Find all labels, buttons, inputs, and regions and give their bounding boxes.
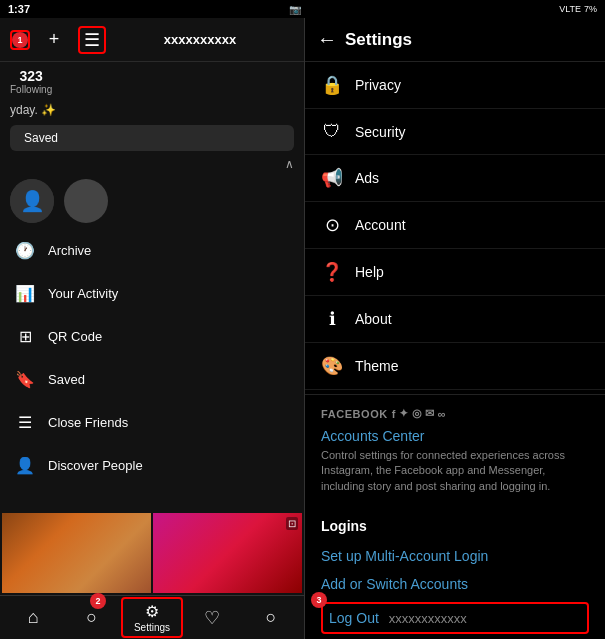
nav-item-archive[interactable]: 🕐 Archive — [0, 229, 304, 272]
settings-label-theme: Theme — [355, 358, 399, 374]
archive-icon: 🕐 — [14, 241, 36, 260]
account-icon: ⊙ — [321, 214, 343, 236]
facebook-description: Control settings for connected experienc… — [321, 448, 589, 502]
menu-button[interactable]: ☰ — [78, 26, 106, 54]
logout-username: xxxxxxxxxxxx — [389, 611, 581, 626]
following-stat: 323 Following — [10, 68, 52, 95]
logins-label: Logins — [321, 514, 589, 542]
settings-item-about[interactable]: ℹ About — [305, 296, 605, 343]
saved-btn-area: Saved — [0, 121, 304, 155]
settings-label-help: Help — [355, 264, 384, 280]
following-label: Following — [10, 84, 52, 95]
profile-icon: ○ — [265, 607, 276, 628]
nav-label-activity: Your Activity — [48, 286, 118, 301]
fb-star-icon: ✦ — [399, 407, 409, 420]
story-circle-1: 👤 — [10, 179, 54, 223]
settings-nav-label: Settings — [134, 622, 170, 633]
settings-label-account: Account — [355, 217, 406, 233]
help-icon: ❓ — [321, 261, 343, 283]
header-icons: 1 + ☰ — [10, 26, 106, 54]
profile-stats: 323 Following — [0, 62, 304, 101]
settings-label-privacy: Privacy — [355, 77, 401, 93]
image-grid: ⊡ — [0, 511, 304, 595]
facebook-social-icons: f ✦ ◎ ✉ ∞ — [392, 407, 446, 420]
ads-icon: 📢 — [321, 167, 343, 189]
settings-title: Settings — [345, 30, 412, 50]
left-nav: 🕐 Archive 📊 Your Activity ⊞ QR Code 🔖 Sa… — [0, 229, 304, 507]
badge-1-container: 1 — [10, 30, 30, 50]
fb-msg-icon: ✉ — [425, 407, 435, 420]
settings-item-help[interactable]: ❓ Help — [305, 249, 605, 296]
nav-item-your-activity[interactable]: 📊 Your Activity — [0, 272, 304, 315]
left-header: 1 + ☰ xxxxxxxxxx — [0, 18, 304, 62]
greeting-text: yday. ✨ — [0, 101, 304, 121]
qr-icon: ⊞ — [14, 327, 36, 346]
settings-header: ← Settings — [305, 18, 605, 62]
facebook-section: FACEBOOK f ✦ ◎ ✉ ∞ Accounts Center Contr… — [305, 394, 605, 506]
saved-button[interactable]: Saved — [10, 125, 294, 151]
nav-label-close-friends: Close Friends — [48, 415, 128, 430]
story-circles: 👤 — [0, 173, 304, 229]
left-panel: 1 + ☰ xxxxxxxxxx 323 Following yday. ✨ S… — [0, 18, 305, 639]
nav-item-close-friends[interactable]: ☰ Close Friends — [0, 401, 304, 444]
nav-label-discover: Discover People — [48, 458, 143, 473]
battery-icon: 7% — [584, 4, 597, 14]
heart-icon: ♡ — [204, 607, 220, 629]
camera-icon: 📷 — [289, 4, 301, 15]
fb-icon: f — [392, 408, 396, 420]
fb-wa-icon: ∞ — [438, 408, 446, 420]
theme-icon: 🎨 — [321, 355, 343, 377]
nav-heart[interactable]: ♡ — [183, 603, 241, 633]
settings-item-theme[interactable]: 🎨 Theme — [305, 343, 605, 390]
add-button[interactable]: + — [40, 26, 68, 54]
following-count: 323 — [10, 68, 52, 84]
nav-label-saved: Saved — [48, 372, 85, 387]
settings-gear-icon: ⚙ — [145, 602, 159, 621]
nav-item-discover-people[interactable]: 👤 Discover People — [0, 444, 304, 487]
add-switch-link[interactable]: Add or Switch Accounts — [321, 570, 589, 598]
username-header: xxxxxxxxxx — [106, 32, 294, 47]
nav-item-qr-code[interactable]: ⊞ QR Code — [0, 315, 304, 358]
collapse-arrow[interactable]: ∧ — [0, 155, 304, 173]
bottom-nav: ⌂ ○ ⚙ Settings ♡ ○ — [0, 595, 304, 639]
status-right-icons: VLTE 7% — [559, 4, 597, 14]
badge-3: 3 — [311, 592, 327, 608]
nav-label-qr: QR Code — [48, 329, 102, 344]
security-icon: 🛡 — [321, 121, 343, 142]
back-button[interactable]: ← — [317, 28, 337, 51]
nav-item-saved[interactable]: 🔖 Saved — [0, 358, 304, 401]
settings-item-ads[interactable]: 📢 Ads — [305, 155, 605, 202]
fb-insta-icon: ◎ — [412, 407, 423, 420]
status-time: 1:37 — [8, 3, 30, 15]
nav-settings[interactable]: ⚙ Settings — [121, 597, 183, 638]
logout-label: Log Out — [329, 610, 379, 626]
nav-profile[interactable]: ○ — [242, 603, 300, 632]
settings-label-security: Security — [355, 124, 406, 140]
status-icons: 📷 — [289, 4, 301, 15]
facebook-text: FACEBOOK — [321, 408, 388, 420]
nav-home[interactable]: ⌂ — [4, 603, 62, 632]
grid-image-2: ⊡ — [153, 513, 302, 593]
accounts-center-link[interactable]: Accounts Center — [321, 420, 589, 448]
nav-label-archive: Archive — [48, 243, 91, 258]
discover-icon: 👤 — [14, 456, 36, 475]
activity-icon: 📊 — [14, 284, 36, 303]
grid-image-1 — [2, 513, 151, 593]
settings-item-account[interactable]: ⊙ Account — [305, 202, 605, 249]
facebook-label: FACEBOOK f ✦ ◎ ✉ ∞ — [321, 407, 589, 420]
settings-list: 🔒 Privacy 🛡 Security 📢 Ads ⊙ Account ❓ H… — [305, 62, 605, 639]
right-panel: ← Settings 🔒 Privacy 🛡 Security 📢 Ads ⊙ … — [305, 18, 605, 639]
corner-icon: ⊡ — [286, 517, 298, 530]
privacy-icon: 🔒 — [321, 74, 343, 96]
close-friends-icon: ☰ — [14, 413, 36, 432]
signal-icon: VLTE — [559, 4, 581, 14]
logout-row[interactable]: Log Out xxxxxxxxxxxx — [321, 602, 589, 634]
settings-item-security[interactable]: 🛡 Security — [305, 109, 605, 155]
logins-section: Logins Set up Multi-Account Login Add or… — [305, 506, 605, 639]
badge-2: 2 — [90, 593, 106, 609]
settings-label-ads: Ads — [355, 170, 379, 186]
saved-icon: 🔖 — [14, 370, 36, 389]
settings-item-privacy[interactable]: 🔒 Privacy — [305, 62, 605, 109]
home-icon: ⌂ — [28, 607, 39, 628]
multi-account-link[interactable]: Set up Multi-Account Login — [321, 542, 589, 570]
